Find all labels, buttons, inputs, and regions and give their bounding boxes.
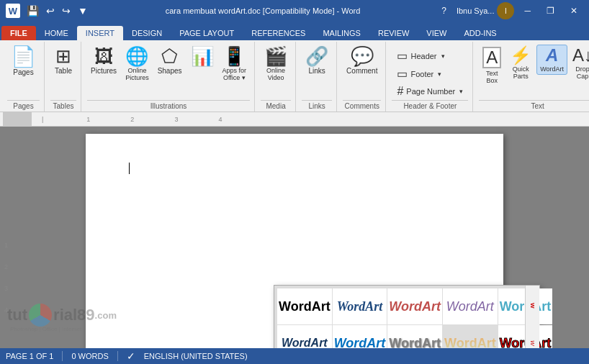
footer-label: Footer [410,70,433,78]
wordart-style-3[interactable]: WordArt [387,288,442,324]
tab-review[interactable]: REVIEW [369,26,418,40]
links-label: Links [308,67,325,75]
apps-icon: 📱 [222,47,246,65]
document-area: 1 2 3 4 tut rial89 .com Photoshop | Offi… [0,127,589,348]
status-sep-2 [117,351,118,361]
status-sep-1 [62,351,63,361]
wordart-style-2[interactable]: WordArt [333,288,387,324]
ruler-mark-2: 2 [130,116,134,123]
wordart-scrollbar[interactable]: W W W w w [525,286,539,348]
smartart-button[interactable]: 📊 [187,45,217,69]
drop-cap-label: DropCap [575,65,589,80]
wordart-style-8[interactable]: WordArt [387,325,442,348]
drop-cap-button[interactable]: A↓ DropCap [569,45,589,82]
header-label: Header [410,52,436,60]
wordart-button[interactable]: A WordArt [536,45,567,75]
quick-parts-icon: ⚡ [510,47,531,64]
table-button[interactable]: ⊞ Table [50,45,76,77]
tab-references[interactable]: REFERENCES [243,26,314,40]
quick-access: 💾 ↩ ↪ ▼ [24,4,90,18]
textbox-button[interactable]: A TextBox [479,45,505,86]
page-number-icon: # [397,85,403,98]
logo-text: tut [7,306,27,324]
ruler-mark-4: 4 [218,116,222,123]
links-icon: 🔗 [305,47,328,65]
links-group-label: Links [302,100,332,112]
words-status: 0 WORDS [71,352,108,360]
apps-label: Apps forOffice ▾ [222,67,247,81]
online-pictures-button[interactable]: 🌐 OnlinePictures [122,45,153,83]
proofing-icon: ✓ [127,350,135,362]
wordart-grid: WordArt WordArt WordArt WordArt WordArt … [274,286,539,348]
margin-labels: 1 2 3 4 [4,242,8,314]
ruler-mark-1: 1 [86,116,90,123]
wordart-label: WordArt [540,65,564,73]
comment-icon: 💬 [351,47,374,65]
wordart-style-6[interactable]: WordArt [277,325,332,348]
undo-button[interactable]: ↩ [44,4,57,18]
pictures-button[interactable]: 🖼 Pictures [87,45,120,77]
lang-status: ENGLISH (UNITED STATES) [144,352,248,360]
logo-circle [29,304,52,327]
links-button[interactable]: 🔗 Links [302,45,332,77]
ribbon-group-comments: 💬 Comment Comments [338,42,386,112]
tab-home[interactable]: HOME [36,26,77,40]
apps-for-office-button[interactable]: 📱 Apps forOffice ▾ [219,45,251,83]
page-number-arrow: ▾ [459,88,463,95]
quick-parts-button[interactable]: ⚡ QuickParts [506,45,535,82]
pages-icon: 📄 [11,47,36,67]
shapes-label: Shapes [158,67,182,75]
footer-button[interactable]: ▭ Footer ▾ [392,65,468,82]
tab-view[interactable]: VIEW [418,26,455,40]
table-label: Table [55,67,72,75]
save-button[interactable]: 💾 [24,4,41,18]
header-button[interactable]: ▭ Header ▾ [392,47,468,64]
minimize-button[interactable]: ─ [518,4,536,17]
word-icon: W [6,4,20,18]
ribbon-group-pages: 📄 Pages Pages [3,42,45,112]
tab-add-ins[interactable]: ADD-INS [455,26,505,40]
ribbon: 📄 Pages Pages ⊞ Table Tables 🖼 Pictures … [0,40,589,112]
redo-button[interactable]: ↪ [60,4,73,18]
close-button[interactable]: ✕ [565,4,583,17]
drop-cap-icon: A↓ [572,47,589,64]
shapes-icon: ⬠ [161,47,178,65]
pages-button[interactable]: 📄 Pages [7,45,40,78]
help-button[interactable]: ? [436,4,452,17]
tab-mailings[interactable]: MAILINGS [314,26,369,40]
wordart-style-1[interactable]: WordArt [277,288,332,324]
tab-design[interactable]: DESIGN [123,26,171,40]
wordart-style-9[interactable]: WordArt [443,325,498,348]
tab-page-layout[interactable]: PAGE LAYOUT [171,26,243,40]
tables-group-label: Tables [50,100,76,112]
logo-watermark: tut rial89 .com [7,304,117,327]
shapes-button[interactable]: ⬠ Shapes [154,45,186,77]
ribbon-group-illustrations: 🖼 Pictures 🌐 OnlinePictures ⬠ Shapes 📊 📱… [83,42,255,112]
hf-group-label: Header & Footer [392,100,468,112]
media-group-label: Media [261,100,291,112]
restore-button[interactable]: ❐ [541,4,560,17]
tab-insert[interactable]: INSERT [77,26,123,40]
wordart-style-7[interactable]: WordArt [333,325,387,348]
textbox-icon: A [482,47,501,68]
page-number-button[interactable]: # Page Number ▾ [392,83,468,99]
tab-file[interactable]: FILE [1,26,36,40]
ribbon-group-text: A TextBox ⚡ QuickParts A WordArt A↓ Drop… [475,42,589,112]
ribbon-group-header-footer: ▭ Header ▾ ▭ Footer ▾ # Page Number ▾ He… [387,42,473,112]
table-icon: ⊞ [55,47,71,65]
logo-subtitle: Photoshop | Office | Internet [10,326,81,332]
textbox-label: TextBox [486,70,498,84]
footer-dropdown-arrow: ▾ [438,70,441,78]
comment-button[interactable]: 💬 Comment [343,45,381,77]
quick-access-dropdown[interactable]: ▼ [76,4,90,18]
wordart-style-4[interactable]: WordArt [443,288,498,324]
online-video-button[interactable]: 🎬 OnlineVideo [261,45,291,83]
comment-label: Comment [346,67,377,75]
ruler: | 1 2 3 4 [0,112,589,127]
pictures-icon: 🖼 [94,47,113,65]
header-icon: ▭ [397,49,408,63]
comments-group-label: Comments [343,100,381,112]
footer-icon: ▭ [397,67,408,81]
ribbon-tabs: FILE HOME INSERT DESIGN PAGE LAYOUT REFE… [0,22,589,40]
pages-label: Pages [13,68,33,76]
